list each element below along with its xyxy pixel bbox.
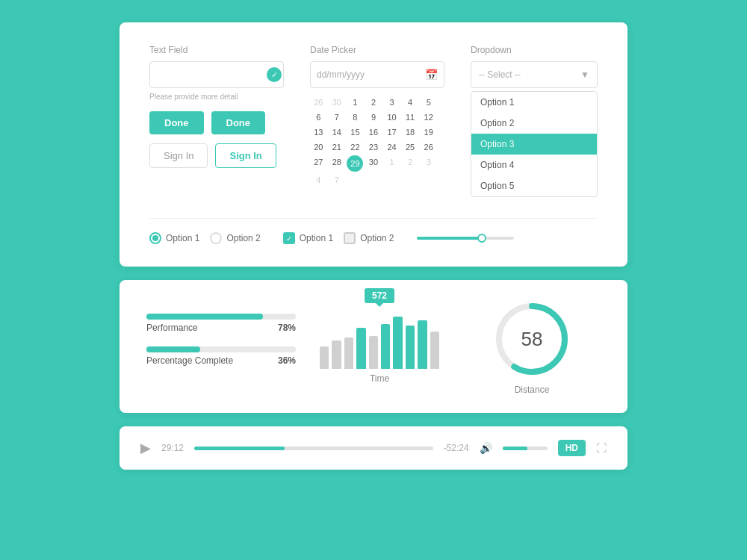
checkbox-1[interactable]: ✓ bbox=[283, 232, 295, 244]
cal-day[interactable]: 4 bbox=[310, 173, 327, 187]
cal-day[interactable]: 3 bbox=[420, 155, 437, 172]
remaining-time: -52:24 bbox=[444, 443, 469, 453]
checkbox-option-1[interactable]: ✓ Option 1 bbox=[283, 232, 333, 244]
cal-day[interactable]: 27 bbox=[310, 155, 327, 172]
text-input[interactable] bbox=[149, 61, 284, 88]
progress-fill bbox=[194, 447, 285, 450]
slider-track[interactable] bbox=[417, 237, 514, 240]
dropdown-item-1[interactable]: Option 1 bbox=[471, 92, 597, 113]
signin-button-outline[interactable]: Sign In bbox=[215, 143, 276, 168]
bar-2 bbox=[332, 340, 341, 369]
performance-bar-fill bbox=[146, 314, 263, 320]
cal-day[interactable]: 30 bbox=[365, 155, 382, 172]
cal-day-today[interactable]: 29 bbox=[347, 155, 363, 172]
volume-icon[interactable]: 🔊 bbox=[480, 442, 492, 454]
cal-day[interactable]: 22 bbox=[347, 140, 364, 154]
checkbox-2[interactable] bbox=[344, 232, 356, 244]
chevron-down-icon: ▼ bbox=[580, 69, 589, 80]
radio-button-1[interactable] bbox=[149, 232, 161, 244]
dropdown-item-5[interactable]: Option 5 bbox=[471, 175, 597, 196]
bar-6 bbox=[381, 324, 390, 369]
done-button-2[interactable]: Done bbox=[211, 111, 266, 134]
cal-day[interactable]: 4 bbox=[402, 96, 419, 109]
volume-track[interactable] bbox=[503, 447, 548, 450]
bar-9 bbox=[418, 320, 427, 369]
play-button[interactable]: ▶ bbox=[140, 440, 151, 456]
checkbox-label-1: Option 1 bbox=[300, 233, 333, 243]
checkbox-option-2[interactable]: Option 2 bbox=[344, 232, 394, 244]
cal-day[interactable]: 23 bbox=[365, 140, 382, 154]
cal-day[interactable]: 6 bbox=[310, 111, 327, 124]
card-ui-components: Text Field ✓ Please provide more detail … bbox=[120, 22, 627, 267]
cal-day[interactable]: 16 bbox=[365, 125, 382, 139]
radio-option-1[interactable]: Option 1 bbox=[149, 232, 199, 244]
slider-fill bbox=[417, 237, 480, 240]
dropdown-item-2[interactable]: Option 2 bbox=[471, 113, 597, 134]
bar-3 bbox=[344, 337, 353, 369]
card1-top: Text Field ✓ Please provide more detail … bbox=[149, 45, 598, 197]
gauge-title: Distance bbox=[515, 385, 550, 395]
card1-bottom: Option 1 Option 2 ✓ Option 1 Option 2 bbox=[149, 218, 598, 244]
signin-button-gray[interactable]: Sign In bbox=[149, 143, 208, 168]
performance-value: 78% bbox=[278, 323, 296, 333]
cal-day[interactable]: 21 bbox=[329, 140, 346, 154]
cal-day[interactable]: 11 bbox=[402, 111, 419, 124]
bar-5 bbox=[369, 336, 378, 369]
cal-day[interactable]: 8 bbox=[347, 111, 364, 124]
cal-day[interactable]: 1 bbox=[383, 155, 400, 172]
progress-track[interactable] bbox=[194, 447, 433, 450]
cal-day[interactable]: 2 bbox=[402, 155, 419, 172]
dropdown-item-3[interactable]: Option 3 bbox=[471, 134, 597, 155]
cal-day[interactable]: 26 bbox=[310, 96, 327, 109]
done-button-1[interactable]: Done bbox=[149, 111, 204, 134]
cal-day[interactable]: 15 bbox=[347, 125, 364, 139]
cal-day[interactable]: 30 bbox=[329, 96, 346, 109]
cal-day[interactable]: 1 bbox=[347, 96, 364, 109]
cal-day[interactable]: 7 bbox=[329, 173, 346, 187]
text-field-section: Text Field ✓ Please provide more detail … bbox=[149, 45, 288, 168]
radio-button-2[interactable] bbox=[210, 232, 222, 244]
hint-text: Please provide more detail bbox=[149, 93, 288, 101]
date-picker-label: Date Picker bbox=[310, 45, 448, 55]
percentage-label: Percentage Complete bbox=[146, 355, 233, 366]
cal-day[interactable]: 25 bbox=[402, 140, 419, 154]
text-field-label: Text Field bbox=[149, 45, 288, 55]
cal-day[interactable]: 18 bbox=[402, 125, 419, 139]
bar-10 bbox=[430, 332, 439, 369]
cal-day[interactable]: 14 bbox=[329, 125, 346, 139]
cal-day[interactable]: 5 bbox=[420, 96, 437, 109]
cal-day[interactable]: 7 bbox=[329, 111, 346, 124]
radio-label-2: Option 2 bbox=[226, 233, 260, 243]
cal-day[interactable]: 9 bbox=[365, 111, 382, 124]
date-picker-section: Date Picker dd/mm/yyyy 📅 26 30 1 2 3 4 5… bbox=[310, 45, 448, 187]
cal-day[interactable]: 2 bbox=[365, 96, 382, 109]
cal-day[interactable]: 20 bbox=[310, 140, 327, 154]
cal-day[interactable]: 28 bbox=[329, 155, 346, 172]
cal-day[interactable]: 12 bbox=[420, 111, 437, 124]
slider-thumb[interactable] bbox=[477, 234, 486, 243]
cal-day[interactable]: 24 bbox=[383, 140, 400, 154]
cal-day[interactable]: 26 bbox=[420, 140, 437, 154]
text-input-wrap: ✓ bbox=[149, 61, 288, 88]
cal-day[interactable]: 13 bbox=[310, 125, 327, 139]
cal-day[interactable]: 10 bbox=[383, 111, 400, 124]
done-btn-row: Done Done bbox=[149, 111, 288, 134]
radio-option-2[interactable]: Option 2 bbox=[210, 232, 260, 244]
signin-row: Sign In Sign In bbox=[149, 143, 288, 168]
dropdown-item-4[interactable]: Option 4 bbox=[471, 155, 597, 175]
dropdown-trigger[interactable]: -- Select -- ▼ bbox=[471, 61, 598, 88]
slider-section bbox=[417, 237, 598, 240]
cal-day[interactable]: 17 bbox=[383, 125, 400, 139]
cal-day[interactable]: 3 bbox=[383, 96, 400, 109]
bar-7 bbox=[393, 317, 402, 369]
radio-label-1: Option 1 bbox=[166, 233, 199, 243]
performance-label: Performance bbox=[146, 323, 198, 333]
bar-chart-wrap: 572 bbox=[320, 309, 439, 369]
bar-1 bbox=[320, 346, 329, 369]
fullscreen-icon[interactable]: ⛶ bbox=[596, 442, 607, 454]
date-input-wrap[interactable]: dd/mm/yyyy 📅 bbox=[310, 61, 444, 88]
cal-day[interactable]: 19 bbox=[420, 125, 437, 139]
dropdown-list: Option 1 Option 2 Option 3 Option 4 Opti… bbox=[471, 91, 598, 197]
dropdown-label: Dropdown bbox=[471, 45, 598, 55]
hd-button[interactable]: HD bbox=[558, 440, 586, 456]
